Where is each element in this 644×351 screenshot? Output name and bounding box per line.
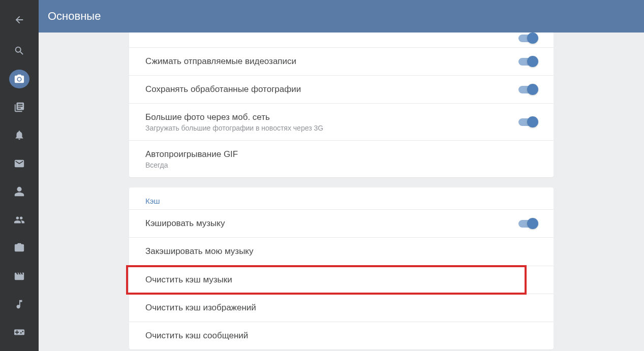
- row-title: Большие фото через моб. сеть: [145, 112, 323, 123]
- settings-row-cache-my-music[interactable]: Закэшировать мою музыку: [129, 237, 554, 265]
- row-title: Автопроигрывание GIF: [145, 149, 238, 160]
- toggle-switch[interactable]: [518, 86, 537, 93]
- row-title: Сохранять обработанные фотографии: [145, 84, 301, 95]
- notifications-icon[interactable]: [9, 126, 29, 145]
- page-header: Основные: [39, 0, 644, 33]
- photos-icon[interactable]: [9, 238, 29, 257]
- groups-icon[interactable]: [9, 210, 29, 229]
- settings-row-save-photos[interactable]: Сохранять обработанные фотографии: [129, 75, 554, 103]
- back-icon[interactable]: [9, 10, 29, 29]
- page-title: Основные: [48, 10, 101, 23]
- row-title: Очистить кэш сообщений: [145, 330, 248, 341]
- main-content: Основные Сжимать отправляемые видеозапис…: [39, 0, 644, 351]
- settings-row-clear-images-cache[interactable]: Очистить кэш изображений: [129, 294, 554, 322]
- toggle-switch[interactable]: [518, 118, 537, 126]
- settings-row-gif-autoplay[interactable]: Автопроигрывание GIF Всегда: [129, 140, 554, 177]
- music-icon[interactable]: [9, 295, 29, 313]
- camera-active-icon[interactable]: [9, 70, 29, 88]
- games-icon[interactable]: [9, 323, 29, 342]
- row-title: Очистить кэш изображений: [145, 302, 256, 313]
- sidebar: [0, 0, 39, 351]
- row-title: Закэшировать мою музыку: [145, 246, 254, 257]
- row-title: Сжимать отправляемые видеозаписи: [145, 56, 296, 67]
- toggle-switch[interactable]: [518, 220, 537, 228]
- settings-group-main: Сжимать отправляемые видеозаписи Сохраня…: [129, 33, 554, 177]
- settings-scroll-area[interactable]: Сжимать отправляемые видеозаписи Сохраня…: [39, 33, 644, 351]
- settings-row-clear-music-cache[interactable]: Очистить кэш музыки: [129, 266, 554, 294]
- profile-icon[interactable]: [9, 182, 29, 201]
- settings-row-cache-music[interactable]: Кэшировать музыку: [129, 209, 554, 237]
- videos-icon[interactable]: [9, 267, 29, 285]
- toggle-switch[interactable]: [518, 58, 537, 66]
- news-icon[interactable]: [9, 98, 29, 116]
- toggle-switch[interactable]: [518, 35, 537, 42]
- settings-row-compress-video[interactable]: Сжимать отправляемые видеозаписи: [129, 47, 554, 75]
- section-header-cache: Кэш: [129, 187, 554, 209]
- settings-row-clear-messages-cache[interactable]: Очистить кэш сообщений: [129, 322, 554, 349]
- messages-icon[interactable]: [9, 154, 29, 173]
- settings-group-cache: Кэш Кэшировать музыку Закэшировать мою м…: [129, 187, 554, 349]
- settings-row-partial[interactable]: [129, 33, 554, 47]
- search-icon[interactable]: [9, 41, 29, 60]
- row-subtitle: Всегда: [145, 161, 238, 169]
- row-title: Кэшировать музыку: [145, 218, 225, 229]
- row-subtitle: Загружать большие фотографии в новостях …: [145, 124, 323, 132]
- row-title: Очистить кэш музыки: [145, 274, 232, 285]
- settings-row-big-photos-mobile[interactable]: Большие фото через моб. сеть Загружать б…: [129, 103, 554, 140]
